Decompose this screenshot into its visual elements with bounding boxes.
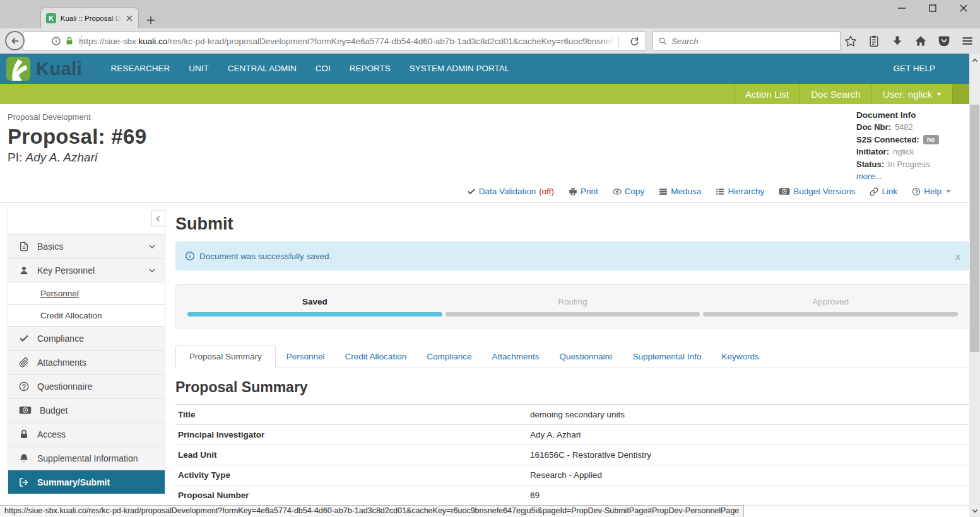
- question-circle-icon: [19, 381, 29, 392]
- nav-item-system-admin-portal[interactable]: SYSTEM ADMIN PORTAL: [400, 54, 519, 84]
- address-bar[interactable]: https://siue-sbx.kuali.co/res/kc-pd-krad…: [23, 32, 646, 50]
- home-icon[interactable]: [914, 35, 927, 47]
- browser-toolbar: https://siue-sbx.kuali.co/res/kc-pd-krad…: [0, 28, 980, 54]
- back-button[interactable]: [5, 31, 25, 50]
- window-close-button[interactable]: [959, 3, 969, 13]
- summary-tabs: Proposal Summary Personnel Credit Alloca…: [175, 345, 970, 368]
- medusa-button[interactable]: Medusa: [659, 187, 701, 196]
- tab-proposal-summary[interactable]: Proposal Summary: [175, 345, 276, 368]
- browser-tab[interactable]: K Kuali :: Proposal Developme: [40, 8, 139, 28]
- tab-supplemental-info[interactable]: Supplemental Info: [623, 346, 711, 368]
- menu-hamburger-icon[interactable]: [961, 35, 974, 47]
- th-list-icon: [659, 187, 668, 196]
- nav-item-reports[interactable]: REPORTS: [340, 54, 400, 84]
- page-header: Proposal Development Proposal: #69 PI: A…: [0, 104, 980, 187]
- site-info-icon[interactable]: [51, 36, 61, 46]
- nav-item-unit[interactable]: UNIT: [179, 54, 218, 84]
- window-minimize-button[interactable]: [897, 3, 907, 13]
- action-list-link[interactable]: Action List: [734, 84, 800, 104]
- search-input[interactable]: [671, 37, 835, 46]
- tab-close-icon[interactable]: [126, 15, 133, 22]
- sidebar-item-key-personnel[interactable]: Key Personnel: [8, 258, 165, 282]
- status-bar-link-url: https://siue-sbx.kuali.co/res/kc-pd-krad…: [0, 505, 744, 517]
- bookmark-star-icon[interactable]: [844, 35, 857, 47]
- tab-keywords[interactable]: Keywords: [712, 346, 768, 368]
- portal-bar-end-block: [952, 84, 969, 104]
- section-title: Proposal Summary: [175, 379, 970, 405]
- sidebar-item-supplemental-information[interactable]: Supplemental Information: [8, 446, 165, 470]
- sidebar-item-questionnaire[interactable]: Questionnaire: [8, 374, 165, 398]
- user-icon: [19, 265, 29, 276]
- summary-row-principal-investigator: Principal Investigator Ady A. Azhari: [175, 425, 970, 445]
- scroll-up-icon[interactable]: [969, 55, 980, 66]
- downloads-icon[interactable]: [891, 35, 904, 47]
- lock-icon: [19, 429, 29, 439]
- kuali-brand-text: Kuali: [36, 59, 82, 79]
- pocket-icon[interactable]: [938, 35, 950, 47]
- document-actions-toolbar: Data Validation (off) Print Copy: [0, 187, 980, 203]
- page-scrollbar[interactable]: [969, 54, 980, 517]
- tab-questionnaire[interactable]: Questionnaire: [550, 346, 622, 368]
- tab-personnel[interactable]: Personnel: [277, 346, 334, 368]
- hierarchy-button[interactable]: Hierarchy: [716, 187, 764, 196]
- alert-close-button[interactable]: x: [955, 251, 960, 262]
- nav-item-coi[interactable]: COI: [306, 54, 340, 84]
- page-title: Proposal: #69: [8, 125, 980, 149]
- search-box[interactable]: [652, 32, 841, 50]
- main-panel: Submit Document was successfully saved. …: [168, 208, 970, 517]
- scrollbar-thumb[interactable]: [970, 105, 979, 352]
- sidebar-item-attachments[interactable]: Attachments: [8, 350, 165, 374]
- reading-list-icon[interactable]: [868, 35, 880, 47]
- sidebar-item-credit-allocation[interactable]: Credit Allocation: [8, 304, 165, 326]
- sidebar-item-access[interactable]: Access: [8, 422, 165, 446]
- status-row: Status: In Progress: [856, 160, 957, 169]
- pi-line: PI: Ady A. Azhari: [8, 151, 980, 165]
- sidebar-item-budget[interactable]: Budget: [8, 398, 165, 422]
- chevron-down-icon: [946, 190, 951, 193]
- doc-search-link[interactable]: Doc Search: [800, 84, 871, 104]
- print-button[interactable]: Print: [569, 187, 598, 196]
- sign-out-icon: [19, 477, 29, 487]
- user-menu[interactable]: User: nglick: [871, 84, 952, 104]
- submit-heading: Submit: [175, 214, 970, 234]
- list-icon: [716, 187, 724, 196]
- data-validation-button[interactable]: Data Validation (off): [467, 187, 554, 196]
- page-viewport: Kuali RESEARCHER UNIT CENTRAL ADMIN COI …: [0, 54, 980, 517]
- sidebar-item-personnel[interactable]: Personnel: [8, 282, 165, 304]
- get-help-link[interactable]: GET HELP: [883, 54, 945, 84]
- nav-item-researcher[interactable]: RESEARCHER: [101, 54, 179, 84]
- banknote-icon: [19, 406, 32, 414]
- sidebar-item-basics[interactable]: Basics: [8, 234, 165, 258]
- progress-bar-routing: [446, 312, 700, 317]
- copy-button[interactable]: Copy: [613, 187, 645, 196]
- tab-attachments[interactable]: Attachments: [482, 346, 548, 368]
- alert-message: Document was successfully saved.: [199, 252, 331, 261]
- scroll-down-icon[interactable]: [969, 506, 980, 516]
- route-status-panel: Saved Routing Approved: [175, 284, 970, 328]
- sidebar-item-compliance[interactable]: Compliance: [8, 326, 165, 350]
- sidebar-nav: Basics Key Personnel Personnel: [8, 208, 165, 494]
- link-button[interactable]: Link: [870, 187, 897, 196]
- tab-credit-allocation[interactable]: Credit Allocation: [336, 346, 416, 368]
- tab-compliance[interactable]: Compliance: [417, 346, 481, 368]
- sidebar-item-summary-submit[interactable]: Summary/Submit: [8, 470, 165, 494]
- sidebar-collapse-button[interactable]: [151, 211, 165, 226]
- link-icon: [870, 187, 878, 196]
- success-alert: Document was successfully saved. x: [175, 241, 970, 270]
- kuali-logo-icon: [6, 57, 30, 81]
- check-icon: [19, 334, 29, 344]
- bell-icon: [19, 453, 29, 463]
- help-menu-button[interactable]: Help: [912, 187, 951, 196]
- https-lock-icon[interactable]: [65, 37, 74, 45]
- summary-row-lead-unit: Lead Unit 161656C - Restorative Dentistr…: [175, 445, 970, 465]
- nav-item-central-admin[interactable]: CENTRAL ADMIN: [218, 54, 306, 84]
- s2s-connected-row: S2S Connected: no: [856, 135, 957, 144]
- s2s-status-badge: no: [923, 135, 939, 144]
- reload-icon[interactable]: [623, 36, 646, 46]
- paperclip-icon: [19, 357, 29, 368]
- more-link[interactable]: more...: [856, 171, 957, 181]
- file-icon: [19, 241, 29, 252]
- window-maximize-button[interactable]: [928, 3, 938, 13]
- new-tab-button[interactable]: [146, 16, 155, 25]
- budget-versions-button[interactable]: Budget Versions: [779, 187, 855, 196]
